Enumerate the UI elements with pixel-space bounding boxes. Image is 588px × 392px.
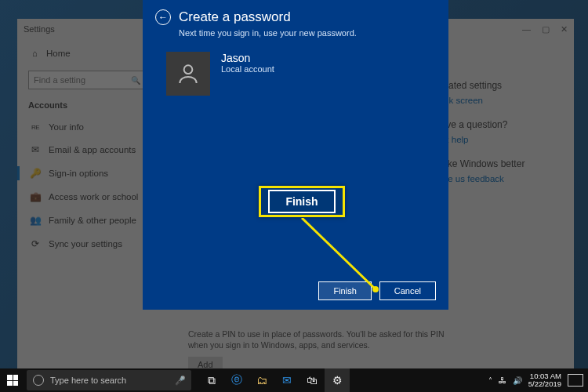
cancel-button[interactable]: Cancel xyxy=(379,281,436,300)
start-button[interactable] xyxy=(0,368,25,392)
task-view-icon[interactable]: ⧉ xyxy=(199,368,224,392)
finish-button-highlighted[interactable]: Finish xyxy=(259,186,345,217)
action-center-icon[interactable] xyxy=(568,374,583,387)
svg-point-0 xyxy=(184,65,193,74)
taskbar-pinned-apps: ⧉ ⓔ 🗂 ✉ 🛍 ⚙ xyxy=(199,368,350,392)
finish-button-highlighted-label: Finish xyxy=(268,190,335,213)
back-arrow-icon: ← xyxy=(158,12,168,23)
avatar xyxy=(166,52,210,96)
edge-icon[interactable]: ⓔ xyxy=(224,368,249,392)
taskbar-date: 5/22/2019 xyxy=(528,380,561,388)
back-button[interactable]: ← xyxy=(155,9,171,25)
finish-button[interactable]: Finish xyxy=(318,281,371,300)
create-password-modal: ← Create a password Next time you sign i… xyxy=(143,0,448,310)
taskbar-search-placeholder: Type here to search xyxy=(50,376,126,385)
user-info-row: Jason Local account xyxy=(143,38,448,96)
store-icon[interactable]: 🛍 xyxy=(299,368,325,392)
modal-subtitle: Next time you sign in, use your new pass… xyxy=(143,28,448,38)
windows-logo-icon xyxy=(7,375,18,386)
tray-network-icon[interactable]: 🖧 xyxy=(499,376,506,385)
user-name: Jason xyxy=(221,52,274,64)
taskbar: Type here to search 🎤 ⧉ ⓔ 🗂 ✉ 🛍 ⚙ ˄ 🖧 🔊 … xyxy=(0,368,588,392)
taskbar-clock[interactable]: 10:03 AM 5/22/2019 xyxy=(528,372,561,389)
microphone-icon: 🎤 xyxy=(176,374,185,387)
system-tray: ˄ 🖧 🔊 10:03 AM 5/22/2019 xyxy=(488,372,588,389)
settings-taskbar-icon[interactable]: ⚙ xyxy=(325,368,350,392)
user-account-type: Local account xyxy=(221,64,274,74)
mail-icon[interactable]: ✉ xyxy=(274,368,299,392)
tray-chevron-up-icon[interactable]: ˄ xyxy=(488,376,492,385)
user-icon xyxy=(176,61,201,86)
taskbar-search-input[interactable]: Type here to search 🎤 xyxy=(27,370,191,390)
cortana-icon xyxy=(33,375,44,386)
file-explorer-icon[interactable]: 🗂 xyxy=(249,368,274,392)
modal-title: Create a password xyxy=(179,9,291,25)
tray-volume-icon[interactable]: 🔊 xyxy=(513,376,522,385)
